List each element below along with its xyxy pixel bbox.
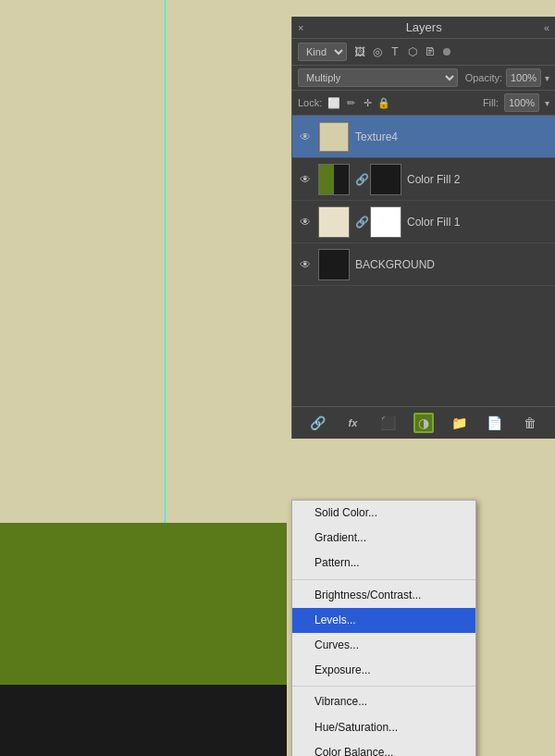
- empty-layers-area: [292, 286, 555, 406]
- fill-chevron-icon[interactable]: ▾: [545, 98, 549, 108]
- new-layer-icon[interactable]: 📄: [485, 413, 505, 433]
- kind-dot: [443, 48, 450, 56]
- layer-mask-thumbnail: [370, 164, 401, 195]
- kind-select[interactable]: Kind: [298, 43, 347, 61]
- lock-paint-icon[interactable]: ✏: [344, 97, 357, 109]
- visibility-icon[interactable]: 👁: [298, 173, 313, 186]
- panel-topbar: × Layers «: [292, 17, 555, 39]
- kind-shape-icon[interactable]: ⬡: [405, 45, 420, 58]
- delete-layer-icon[interactable]: 🗑: [520, 413, 540, 433]
- panel-title: Layers: [406, 20, 442, 34]
- lock-label: Lock:: [298, 97, 322, 108]
- menu-item-levels[interactable]: Levels...: [292, 608, 475, 633]
- layer-name: Color Fill 2: [407, 173, 549, 186]
- kind-pixel-icon[interactable]: 🖼: [352, 45, 367, 58]
- layer-item[interactable]: 👁 Texture4: [292, 116, 555, 158]
- link-layers-icon[interactable]: 🔗: [307, 413, 327, 433]
- layers-panel: × Layers « Kind 🖼 ◎ T ⬡ 🖹 Multiply Norma…: [291, 17, 555, 439]
- new-adjustment-icon[interactable]: ◑: [413, 413, 434, 433]
- kind-row: Kind 🖼 ◎ T ⬡ 🖹: [292, 39, 555, 66]
- mask-icon[interactable]: ⬛: [378, 413, 399, 433]
- new-group-icon[interactable]: 📁: [449, 413, 469, 433]
- close-icon[interactable]: ×: [298, 22, 303, 33]
- menu-separator: [292, 686, 475, 687]
- menu-item-curves[interactable]: Curves...: [292, 633, 475, 658]
- layer-item[interactable]: 👁 🔗 Color Fill 1: [292, 201, 555, 243]
- fx-icon[interactable]: fx: [342, 413, 363, 433]
- menu-item-solid-color[interactable]: Solid Color...: [292, 501, 475, 526]
- dark-band: [0, 685, 287, 756]
- panel-toolbar: 🔗 fx ⬛ ◑ 📁 📄 🗑: [292, 406, 555, 439]
- menu-item-vibrance[interactable]: Vibrance...: [292, 689, 475, 714]
- layer-thumbnail: [318, 121, 350, 153]
- layer-item[interactable]: 👁 BACKGROUND: [292, 243, 555, 286]
- kind-type-icon[interactable]: T: [388, 45, 402, 58]
- collapse-icon[interactable]: «: [544, 22, 549, 33]
- visibility-icon[interactable]: 👁: [298, 216, 313, 229]
- link-icon: 🔗: [355, 216, 364, 229]
- layer-item[interactable]: 👁 🔗 Color Fill 2: [292, 158, 555, 201]
- lock-icons: ⬜ ✏ ✛ 🔒: [327, 97, 390, 109]
- opacity-label: Opacity:: [465, 72, 502, 83]
- kind-adjustment-icon[interactable]: ◎: [370, 45, 385, 58]
- kind-icons: 🖼 ◎ T ⬡ 🖹: [352, 45, 438, 58]
- link-icon: 🔗: [355, 173, 364, 186]
- lock-all-icon[interactable]: 🔒: [377, 97, 390, 109]
- fill-input[interactable]: [504, 93, 539, 112]
- layer-name: BACKGROUND: [355, 258, 549, 271]
- opacity-input[interactable]: [506, 68, 541, 87]
- layer-mask-thumbnail: [370, 206, 401, 238]
- menu-separator: [292, 579, 475, 580]
- fill-label: Fill:: [483, 97, 499, 108]
- menu-item-color-balance[interactable]: Color Balance...: [292, 740, 475, 756]
- visibility-icon[interactable]: 👁: [298, 130, 313, 143]
- lock-move-icon[interactable]: ✛: [361, 97, 374, 109]
- layer-thumbnail: [318, 206, 350, 238]
- menu-item-exposure[interactable]: Exposure...: [292, 658, 475, 683]
- green-band: [0, 523, 287, 685]
- menu-item-hue-saturation[interactable]: Hue/Saturation...: [292, 715, 475, 740]
- menu-item-brightness-contrast[interactable]: Brightness/Contrast...: [292, 583, 475, 608]
- kind-smart-icon[interactable]: 🖹: [423, 45, 438, 58]
- layer-thumbnail: [318, 249, 350, 280]
- layer-name: Texture4: [355, 130, 549, 143]
- blend-row: Multiply Normal Screen Overlay Opacity: …: [292, 66, 555, 91]
- layer-name: Color Fill 1: [407, 216, 549, 229]
- layers-list: 👁 Texture4 👁 🔗 Color Fill 2 👁 🔗 Color: [292, 116, 555, 286]
- lock-transparency-icon[interactable]: ⬜: [327, 97, 340, 109]
- visibility-icon[interactable]: 👁: [298, 258, 313, 271]
- adjustment-dropdown-menu: Solid Color... Gradient... Pattern... Br…: [291, 500, 476, 756]
- opacity-chevron-icon[interactable]: ▾: [545, 73, 549, 83]
- menu-item-pattern[interactable]: Pattern...: [292, 551, 475, 576]
- blend-mode-select[interactable]: Multiply Normal Screen Overlay: [298, 68, 458, 87]
- lock-row: Lock: ⬜ ✏ ✛ 🔒 Fill: ▾: [292, 91, 555, 116]
- menu-item-gradient[interactable]: Gradient...: [292, 526, 475, 551]
- layer-thumbnail: [318, 164, 350, 195]
